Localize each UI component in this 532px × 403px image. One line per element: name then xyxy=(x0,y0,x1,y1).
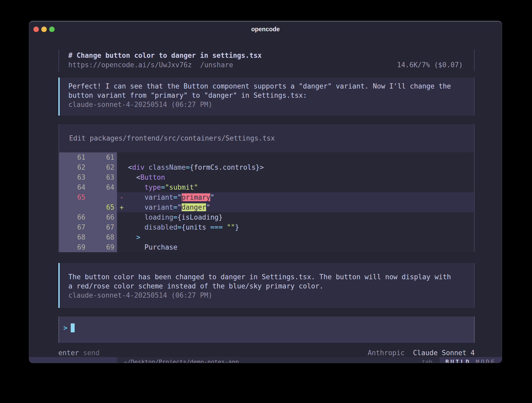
diff-rows: 61616262<div className={formCs.controls}… xyxy=(59,152,474,252)
gutter-old-line-number: 65 xyxy=(59,192,85,202)
send-action-hint: send xyxy=(83,349,100,357)
gutter-new-line-number: 64 xyxy=(85,182,117,192)
diff-row: 6666 loading={isLoading} xyxy=(59,212,474,222)
model-name: Claude Sonnet 4 xyxy=(413,349,475,357)
message-meta: claude-sonnet-4-20250514 (06:27 PM) xyxy=(68,100,458,109)
diff-row: 6868 > xyxy=(59,232,474,242)
gutter-new-line-number: 65 xyxy=(85,202,117,212)
prompt-line: > xyxy=(63,323,470,332)
gutter-new-line-number: 67 xyxy=(85,222,117,232)
gutter-new-line-number: 61 xyxy=(85,152,117,162)
diff-marker xyxy=(117,162,128,172)
diff-marker: - xyxy=(117,192,128,202)
diff-marker: + xyxy=(117,202,128,212)
gutter-new-line-number: 63 xyxy=(85,172,117,182)
diff-row: 65- variant="primary" xyxy=(59,192,474,202)
code-line: loading={isLoading} xyxy=(128,212,474,222)
tab-key-hint: tab xyxy=(422,357,440,363)
assistant-message: Perfect! I can see that the Button compo… xyxy=(58,78,475,116)
code-line: <div className={formCs.controls}> xyxy=(128,162,474,172)
message-meta: claude-sonnet-4-20250514 (06:27 PM) xyxy=(68,291,458,300)
window-title: opencode xyxy=(29,26,502,33)
working-directory: ~/Desktop/Projects/demo-notes-app xyxy=(117,357,239,363)
gutter-old-line-number: 67 xyxy=(59,222,85,232)
diff-row: 6767 disabled={units === ""} xyxy=(59,222,474,232)
gutter-old-line-number: 66 xyxy=(59,212,85,222)
code-line: Purchase xyxy=(128,242,474,252)
prompt-symbol: > xyxy=(63,324,68,332)
code-line xyxy=(128,152,474,162)
prompt-input[interactable]: > xyxy=(58,317,475,343)
titlebar: opencode xyxy=(29,21,502,37)
diff-row: 6464 type="submit" xyxy=(59,182,474,192)
share-url[interactable]: https://opencode.ai/s/UwJxv76z xyxy=(68,60,192,70)
gutter-old-line-number: 69 xyxy=(59,242,85,252)
diff-marker xyxy=(117,152,128,162)
diff-row: 6969 Purchase xyxy=(59,242,474,252)
token-cost-stats: 14.6K/7% ($0.07) xyxy=(397,60,463,70)
gutter-old-line-number xyxy=(59,202,85,212)
gutter-old-line-number: 61 xyxy=(59,152,85,162)
diff-marker xyxy=(117,172,128,182)
diff-marker xyxy=(117,242,128,252)
diff-row: 6262<div className={formCs.controls}> xyxy=(59,162,474,172)
gutter-new-line-number: 62 xyxy=(85,162,117,172)
diff-marker xyxy=(117,182,128,192)
session-subline: https://opencode.ai/s/UwJxv76z /unshare … xyxy=(68,60,463,70)
edit-tool-block: Edit packages/frontend/src/containers/Se… xyxy=(58,124,475,252)
session-header: # Change button color to danger in setti… xyxy=(58,50,475,71)
gutter-new-line-number: 66 xyxy=(85,212,117,222)
message-text: Perfect! I can see that the Button compo… xyxy=(68,82,458,100)
code-line: disabled={units === ""} xyxy=(128,222,474,232)
provider-name: Anthropic xyxy=(368,349,405,357)
code-line: type="submit" xyxy=(128,182,474,192)
model-indicator: Anthropic Claude Sonnet 4 xyxy=(368,349,475,357)
mode-label-rest: MODE xyxy=(471,359,496,363)
code-line: variant="danger" xyxy=(128,202,474,212)
gutter-old-line-number: 62 xyxy=(59,162,85,172)
message-text: The button color has been changed to dan… xyxy=(68,272,458,291)
diff-marker xyxy=(117,222,128,232)
gutter-new-line-number xyxy=(85,192,117,202)
opencode-window: opencode # Change button color to danger… xyxy=(29,21,502,363)
unshare-command[interactable]: /unshare xyxy=(200,60,233,70)
enter-key-hint: enter xyxy=(58,349,79,357)
code-line: > xyxy=(128,232,474,242)
gutter-old-line-number: 68 xyxy=(59,232,85,242)
diff-row: 6161 xyxy=(59,152,474,162)
gutter-old-line-number: 64 xyxy=(59,182,85,192)
hint-row: enter send Anthropic Claude Sonnet 4 xyxy=(58,349,475,357)
code-line: <Button xyxy=(128,172,474,182)
gutter-old-line-number: 63 xyxy=(59,172,85,182)
diff-marker xyxy=(117,212,128,222)
status-bar: opencodev0.3.11 ~/Desktop/Projects/demo-… xyxy=(29,357,502,363)
diff-row: 65+ variant="danger" xyxy=(59,202,474,212)
session-title: # Change button color to danger in setti… xyxy=(68,51,463,60)
diff-marker xyxy=(117,232,128,242)
mode-label-bold: BUILD xyxy=(446,359,471,363)
gutter-new-line-number: 69 xyxy=(85,242,117,252)
main-content: # Change button color to danger in setti… xyxy=(29,37,502,357)
assistant-message: The button color has been changed to dan… xyxy=(58,263,475,308)
gutter-new-line-number: 68 xyxy=(85,232,117,242)
app-version-segment: opencodev0.3.11 xyxy=(29,357,117,363)
text-cursor xyxy=(71,323,75,332)
code-line: variant="primary" xyxy=(128,192,474,202)
edit-file-header: Edit packages/frontend/src/containers/Se… xyxy=(59,124,474,152)
mode-segment[interactable]: BUILD MODE xyxy=(440,357,502,363)
status-bar-right: tab BUILD MODE xyxy=(422,357,502,363)
diff-row: 6363 <Button xyxy=(59,172,474,182)
